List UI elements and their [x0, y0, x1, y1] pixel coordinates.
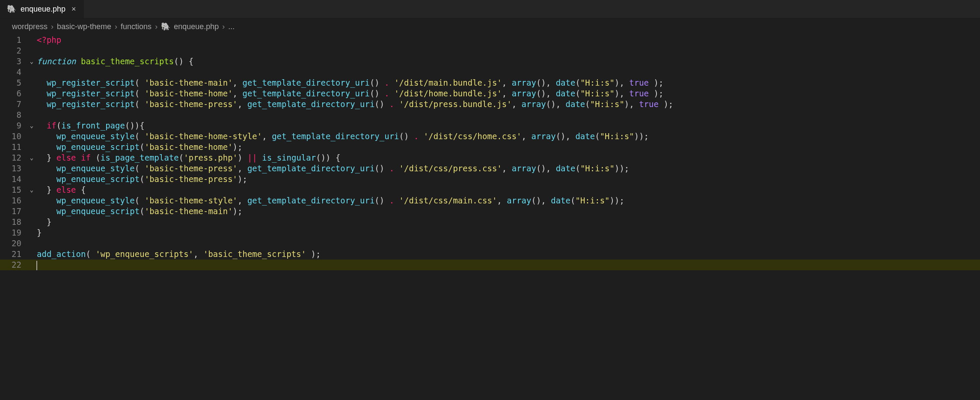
code-content[interactable]: wp_register_script( 'basic-theme-home', …: [37, 88, 980, 99]
code-line[interactable]: 1<?php: [0, 35, 980, 45]
breadcrumb: wordpress › basic-wp-theme › functions ›…: [0, 18, 980, 35]
code-content[interactable]: wp_register_script( 'basic-theme-press',…: [37, 99, 980, 110]
line-number[interactable]: 19: [0, 227, 27, 238]
fold-toggle: [27, 260, 37, 270]
code-line[interactable]: 21add_action( 'wp_enqueue_scripts', 'bas…: [0, 249, 980, 260]
line-number[interactable]: 9: [0, 120, 27, 131]
line-number[interactable]: 3: [0, 56, 27, 67]
line-number[interactable]: 5: [0, 78, 27, 88]
code-content[interactable]: wp_enqueue_style( 'basic-theme-home-styl…: [37, 131, 980, 142]
fold-toggle: [27, 67, 37, 78]
line-number[interactable]: 13: [0, 163, 27, 174]
code-line[interactable]: 9⌄ if(is_front_page()){: [0, 120, 980, 131]
fold-toggle: [27, 45, 37, 56]
fold-toggle[interactable]: ⌄: [27, 152, 37, 163]
line-number[interactable]: 17: [0, 206, 27, 217]
breadcrumb-item[interactable]: basic-wp-theme: [57, 22, 111, 31]
fold-toggle: [27, 227, 37, 238]
code-line[interactable]: 13 wp_enqueue_style( 'basic-theme-press'…: [0, 163, 980, 174]
code-line[interactable]: 4: [0, 67, 980, 78]
php-file-icon: 🐘: [7, 4, 16, 14]
line-number[interactable]: 2: [0, 45, 27, 56]
close-icon[interactable]: ×: [70, 5, 78, 14]
code-content[interactable]: wp_enqueue_script('basic-theme-press');: [37, 174, 980, 185]
code-content[interactable]: [37, 45, 980, 56]
code-content[interactable]: <?php: [37, 35, 980, 45]
fold-toggle: [27, 110, 37, 120]
fold-toggle: [27, 142, 37, 152]
line-number[interactable]: 1: [0, 35, 27, 45]
code-line[interactable]: 5 wp_register_script( 'basic-theme-main'…: [0, 78, 980, 88]
tab-filename: enqueue.php: [21, 5, 65, 14]
fold-toggle[interactable]: ⌄: [27, 185, 37, 195]
code-content[interactable]: wp_enqueue_script('basic-theme-home');: [37, 142, 980, 152]
fold-toggle: [27, 78, 37, 88]
code-line[interactable]: 2: [0, 45, 980, 56]
fold-toggle[interactable]: ⌄: [27, 120, 37, 131]
fold-toggle: [27, 195, 37, 206]
code-line[interactable]: 6 wp_register_script( 'basic-theme-home'…: [0, 88, 980, 99]
fold-toggle: [27, 88, 37, 99]
fold-toggle: [27, 206, 37, 217]
code-line[interactable]: 11 wp_enqueue_script('basic-theme-home')…: [0, 142, 980, 152]
code-content[interactable]: [37, 110, 980, 120]
chevron-right-icon: ›: [51, 22, 53, 31]
breadcrumb-item[interactable]: wordpress: [12, 22, 48, 31]
fold-toggle: [27, 217, 37, 227]
line-number[interactable]: 20: [0, 238, 27, 249]
code-line[interactable]: 22: [0, 260, 980, 270]
line-number[interactable]: 4: [0, 67, 27, 78]
code-content[interactable]: [37, 260, 980, 270]
code-content[interactable]: add_action( 'wp_enqueue_scripts', 'basic…: [37, 249, 980, 260]
line-number[interactable]: 7: [0, 99, 27, 110]
line-number[interactable]: 18: [0, 217, 27, 227]
code-line[interactable]: 14 wp_enqueue_script('basic-theme-press'…: [0, 174, 980, 185]
code-content[interactable]: }: [37, 217, 980, 227]
code-editor[interactable]: 1<?php23⌄function basic_theme_scripts() …: [0, 35, 980, 270]
code-content[interactable]: wp_enqueue_style( 'basic-theme-style', g…: [37, 195, 980, 206]
code-content[interactable]: wp_register_script( 'basic-theme-main', …: [37, 78, 980, 88]
breadcrumb-item[interactable]: ...: [228, 22, 235, 31]
tab-enqueue-php[interactable]: 🐘 enqueue.php ×: [0, 0, 84, 18]
line-number[interactable]: 21: [0, 249, 27, 260]
code-content[interactable]: [37, 238, 980, 249]
chevron-right-icon: ›: [222, 22, 225, 31]
code-content[interactable]: function basic_theme_scripts() {: [37, 56, 980, 67]
code-line[interactable]: 10 wp_enqueue_style( 'basic-theme-home-s…: [0, 131, 980, 142]
php-file-icon: 🐘: [161, 22, 170, 31]
fold-toggle: [27, 238, 37, 249]
line-number[interactable]: 6: [0, 88, 27, 99]
line-number[interactable]: 12: [0, 152, 27, 163]
line-number[interactable]: 14: [0, 174, 27, 185]
code-line[interactable]: 17 wp_enqueue_script('basic-theme-main')…: [0, 206, 980, 217]
breadcrumb-item[interactable]: functions: [121, 22, 151, 31]
fold-toggle: [27, 99, 37, 110]
line-number[interactable]: 10: [0, 131, 27, 142]
code-line[interactable]: 8: [0, 110, 980, 120]
code-line[interactable]: 20: [0, 238, 980, 249]
code-line[interactable]: 16 wp_enqueue_style( 'basic-theme-style'…: [0, 195, 980, 206]
line-number[interactable]: 11: [0, 142, 27, 152]
line-number[interactable]: 22: [0, 260, 27, 270]
code-content[interactable]: } else {: [37, 185, 980, 195]
breadcrumb-item[interactable]: enqueue.php: [174, 22, 219, 31]
code-content[interactable]: wp_enqueue_style( 'basic-theme-press', g…: [37, 163, 980, 174]
code-line[interactable]: 12⌄ } else if (is_page_template('press.p…: [0, 152, 980, 163]
chevron-right-icon: ›: [155, 22, 157, 31]
code-content[interactable]: [37, 67, 980, 78]
code-line[interactable]: 19}: [0, 227, 980, 238]
code-content[interactable]: wp_enqueue_script('basic-theme-main');: [37, 206, 980, 217]
line-number[interactable]: 8: [0, 110, 27, 120]
fold-toggle: [27, 131, 37, 142]
fold-toggle[interactable]: ⌄: [27, 56, 37, 67]
code-line[interactable]: 15⌄ } else {: [0, 185, 980, 195]
code-line[interactable]: 18 }: [0, 217, 980, 227]
line-number[interactable]: 16: [0, 195, 27, 206]
code-content[interactable]: }: [37, 227, 980, 238]
code-line[interactable]: 3⌄function basic_theme_scripts() {: [0, 56, 980, 67]
line-number[interactable]: 15: [0, 185, 27, 195]
code-content[interactable]: } else if (is_page_template('press.php')…: [37, 152, 980, 163]
code-content[interactable]: if(is_front_page()){: [37, 120, 980, 131]
code-line[interactable]: 7 wp_register_script( 'basic-theme-press…: [0, 99, 980, 110]
fold-toggle: [27, 249, 37, 260]
